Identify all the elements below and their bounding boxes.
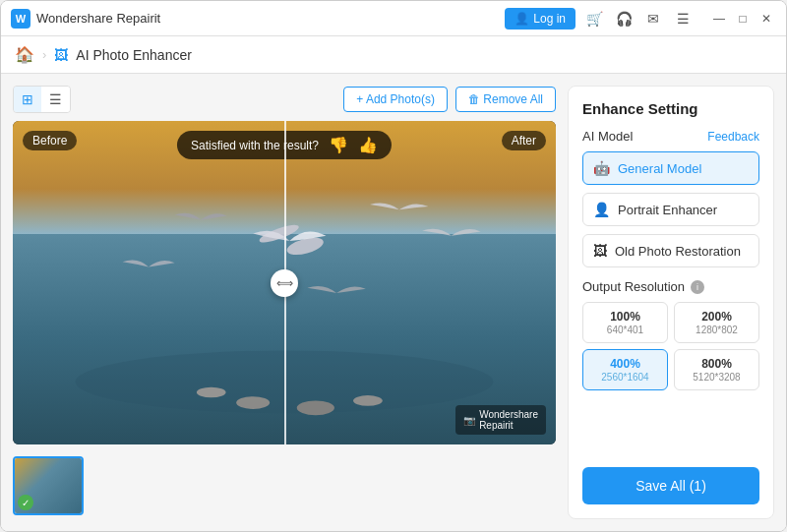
headset-icon[interactable]: 🎧	[613, 8, 635, 30]
res-200-size: 1280*802	[681, 325, 753, 335]
satisfied-text: Satisfied with the result?	[191, 139, 319, 152]
watermark: 📷 WondershareRepairit	[455, 405, 546, 435]
res-400[interactable]: 400% 2560*1604	[582, 349, 668, 390]
navbar: 🏠 › 🖼 AI Photo Enhancer	[1, 36, 786, 74]
save-all-button[interactable]: Save All (1)	[582, 467, 759, 504]
model-options: 🤖 General Model 👤 Portrait Enhancer 🖼 Ol…	[582, 151, 759, 267]
svg-point-3	[197, 387, 226, 398]
resolution-section: Output Resolution i 100% 640*401 200% 12…	[582, 279, 759, 390]
menu-icon[interactable]: ☰	[672, 8, 694, 30]
remove-all-button[interactable]: 🗑 Remove All	[455, 87, 556, 112]
cart-icon[interactable]: 🛒	[583, 8, 605, 30]
home-icon[interactable]: 🏠	[15, 45, 34, 64]
feedback-link[interactable]: Feedback	[707, 130, 759, 144]
login-button[interactable]: 👤 Log in	[505, 8, 575, 30]
before-label: Before	[23, 131, 77, 150]
res-200[interactable]: 200% 1280*802	[674, 302, 759, 343]
grid-view-button[interactable]: ⊞	[14, 87, 41, 112]
info-icon[interactable]: i	[691, 280, 704, 294]
dislike-button[interactable]: 👎	[329, 136, 348, 154]
split-handle[interactable]: ⟺	[271, 269, 298, 297]
res-400-size: 2560*1604	[589, 372, 661, 383]
after-label: After	[502, 131, 546, 150]
res-400-percent: 400%	[589, 357, 661, 371]
thumbnail-strip: ✓	[13, 452, 556, 519]
like-button[interactable]: 👍	[358, 136, 378, 154]
oldphoto-model-icon: 🖼	[593, 243, 607, 259]
res-200-percent: 200%	[681, 310, 753, 324]
res-800-percent: 800%	[681, 357, 753, 371]
page-icon: 🖼	[54, 47, 68, 63]
resolution-grid: 100% 640*401 200% 1280*802 400% 2560*160…	[582, 302, 759, 390]
oldphoto-model-label: Old Photo Restoration	[615, 244, 741, 259]
image-preview-area: Before After Satisfied with the result? …	[13, 121, 556, 444]
nav-separator: ›	[42, 47, 46, 62]
resolution-label: Output Resolution	[582, 279, 685, 294]
ai-model-header: AI Model Feedback	[582, 129, 759, 144]
resolution-header: Output Resolution i	[582, 279, 759, 294]
right-panel: Enhance Setting AI Model Feedback 🤖 Gene…	[568, 86, 774, 519]
res-800[interactable]: 800% 5120*3208	[674, 349, 759, 390]
res-100-size: 640*401	[589, 325, 661, 335]
general-model-icon: 🤖	[593, 160, 610, 176]
portrait-model-icon: 👤	[593, 202, 610, 217]
res-100[interactable]: 100% 640*401	[582, 302, 668, 343]
minimize-button[interactable]: —	[709, 9, 729, 29]
titlebar: W Wondershare Repairit 👤 Log in 🛒 🎧 ✉ ☰ …	[1, 1, 786, 36]
res-100-percent: 100%	[589, 310, 661, 324]
ai-model-label: AI Model	[582, 129, 633, 144]
view-toggle: ⊞ ☰	[13, 86, 71, 113]
add-photos-button[interactable]: + Add Photo(s)	[343, 87, 448, 112]
svg-point-5	[297, 400, 334, 415]
portrait-model-label: Portrait Enhancer	[618, 203, 717, 217]
titlebar-actions: 👤 Log in 🛒 🎧 ✉ ☰ — □ ✕	[505, 8, 776, 30]
app-logo-icon: W	[11, 9, 30, 29]
model-general[interactable]: 🤖 General Model	[582, 151, 759, 185]
left-panel: ⊞ ☰ + Add Photo(s) 🗑 Remove All	[13, 86, 556, 519]
general-model-label: General Model	[618, 161, 701, 176]
toolbar: ⊞ ☰ + Add Photo(s) 🗑 Remove All	[13, 86, 556, 113]
svg-point-6	[353, 395, 383, 406]
app-logo: W Wondershare Repairit	[11, 9, 505, 29]
window-controls: — □ ✕	[709, 9, 776, 29]
svg-point-4	[236, 396, 270, 409]
app-title: Wondershare Repairit	[36, 11, 160, 26]
mail-icon[interactable]: ✉	[642, 8, 664, 30]
close-button[interactable]: ✕	[757, 9, 776, 29]
model-portrait[interactable]: 👤 Portrait Enhancer	[582, 193, 759, 226]
res-800-size: 5120*3208	[681, 372, 753, 383]
main-content: ⊞ ☰ + Add Photo(s) 🗑 Remove All	[1, 74, 786, 531]
user-icon: 👤	[515, 12, 529, 26]
watermark-icon: 📷	[463, 415, 475, 426]
ai-model-section: AI Model Feedback 🤖 General Model 👤 Port…	[582, 129, 759, 267]
thumbnail-item[interactable]: ✓	[13, 456, 84, 515]
enhance-setting-title: Enhance Setting	[582, 100, 759, 117]
model-oldphoto[interactable]: 🖼 Old Photo Restoration	[582, 234, 759, 267]
maximize-button[interactable]: □	[733, 9, 753, 29]
thumbnail-check-icon: ✓	[18, 495, 33, 510]
page-title: AI Photo Enhancer	[76, 47, 192, 63]
watermark-text: WondershareRepairit	[479, 409, 538, 431]
list-view-button[interactable]: ☰	[41, 87, 70, 112]
app-window: W Wondershare Repairit 👤 Log in 🛒 🎧 ✉ ☰ …	[0, 0, 787, 532]
